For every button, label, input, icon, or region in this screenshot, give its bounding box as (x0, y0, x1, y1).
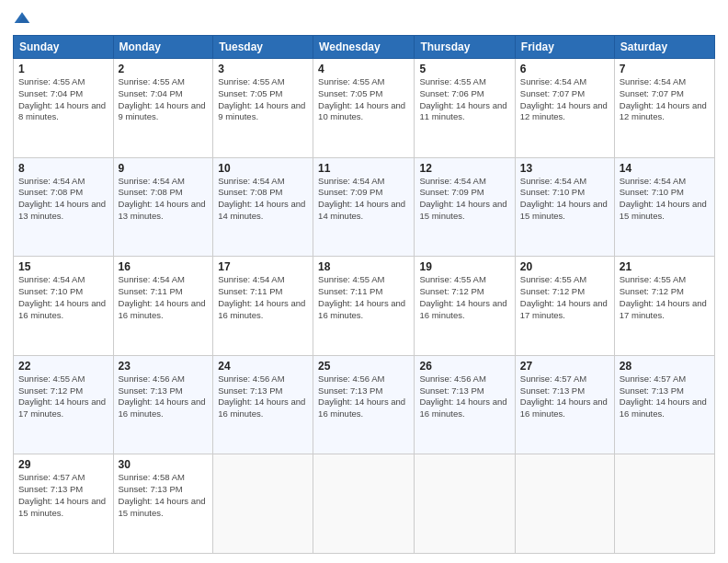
calendar-day-cell: 17 Sunrise: 4:54 AM Sunset: 7:11 PM Dayl… (213, 257, 313, 356)
day-info: Sunrise: 4:54 AM Sunset: 7:11 PM Dayligh… (119, 274, 209, 321)
calendar-day-cell: 9 Sunrise: 4:54 AM Sunset: 7:08 PM Dayli… (113, 157, 213, 257)
day-info: Sunrise: 4:54 AM Sunset: 7:09 PM Dayligh… (419, 176, 509, 223)
calendar-day-cell: 25 Sunrise: 4:56 AM Sunset: 7:13 PM Dayl… (313, 355, 415, 454)
day-info: Sunrise: 4:55 AM Sunset: 7:05 PM Dayligh… (318, 76, 409, 123)
day-number: 28 (620, 360, 710, 373)
day-number: 23 (119, 360, 209, 373)
day-info: Sunrise: 4:54 AM Sunset: 7:07 PM Dayligh… (620, 76, 710, 123)
calendar-day-cell: 28 Sunrise: 4:57 AM Sunset: 7:13 PM Dayl… (614, 355, 714, 454)
calendar-day-cell: 19 Sunrise: 4:55 AM Sunset: 7:12 PM Dayl… (415, 257, 515, 356)
page-header (13, 9, 715, 28)
day-number: 15 (18, 260, 108, 273)
calendar-day-cell (313, 454, 415, 554)
day-info: Sunrise: 4:55 AM Sunset: 7:06 PM Dayligh… (419, 76, 509, 123)
day-number: 10 (218, 162, 308, 175)
day-info: Sunrise: 4:56 AM Sunset: 7:13 PM Dayligh… (119, 373, 209, 420)
dow-cell: Tuesday (213, 36, 313, 59)
day-info: Sunrise: 4:55 AM Sunset: 7:12 PM Dayligh… (18, 373, 108, 420)
calendar-day-cell: 23 Sunrise: 4:56 AM Sunset: 7:13 PM Dayl… (113, 355, 213, 454)
day-number: 22 (18, 360, 108, 373)
day-info: Sunrise: 4:54 AM Sunset: 7:09 PM Dayligh… (318, 176, 409, 223)
day-number: 25 (318, 360, 409, 373)
calendar-table: SundayMondayTuesdayWednesdayThursdayFrid… (13, 35, 715, 554)
day-info: Sunrise: 4:54 AM Sunset: 7:08 PM Dayligh… (18, 176, 108, 223)
calendar-day-cell: 8 Sunrise: 4:54 AM Sunset: 7:08 PM Dayli… (14, 157, 114, 257)
day-info: Sunrise: 4:55 AM Sunset: 7:04 PM Dayligh… (119, 76, 209, 123)
calendar-day-cell: 22 Sunrise: 4:55 AM Sunset: 7:12 PM Dayl… (14, 355, 114, 454)
dow-cell: Friday (515, 36, 614, 59)
logo-icon (13, 9, 31, 28)
dow-cell: Wednesday (313, 36, 415, 59)
day-number: 17 (218, 260, 308, 273)
day-info: Sunrise: 4:56 AM Sunset: 7:13 PM Dayligh… (419, 373, 509, 420)
calendar-day-cell: 3 Sunrise: 4:55 AM Sunset: 7:05 PM Dayli… (213, 59, 313, 158)
calendar-day-cell: 10 Sunrise: 4:54 AM Sunset: 7:08 PM Dayl… (213, 157, 313, 257)
dow-cell: Sunday (14, 36, 114, 59)
calendar-week-row: 8 Sunrise: 4:54 AM Sunset: 7:08 PM Dayli… (14, 157, 715, 257)
day-number: 9 (119, 162, 209, 175)
day-number: 6 (520, 63, 609, 75)
calendar-day-cell: 16 Sunrise: 4:54 AM Sunset: 7:11 PM Dayl… (113, 257, 213, 356)
day-info: Sunrise: 4:55 AM Sunset: 7:12 PM Dayligh… (419, 274, 509, 321)
calendar-week-row: 22 Sunrise: 4:55 AM Sunset: 7:12 PM Dayl… (14, 355, 715, 454)
day-info: Sunrise: 4:54 AM Sunset: 7:10 PM Dayligh… (620, 176, 710, 223)
day-number: 4 (318, 63, 409, 75)
calendar-day-cell: 12 Sunrise: 4:54 AM Sunset: 7:09 PM Dayl… (415, 157, 515, 257)
day-info: Sunrise: 4:54 AM Sunset: 7:10 PM Dayligh… (520, 176, 609, 223)
calendar-day-cell: 13 Sunrise: 4:54 AM Sunset: 7:10 PM Dayl… (515, 157, 614, 257)
day-number: 11 (318, 162, 409, 175)
calendar-day-cell: 11 Sunrise: 4:54 AM Sunset: 7:09 PM Dayl… (313, 157, 415, 257)
day-number: 24 (218, 360, 308, 373)
day-info: Sunrise: 4:54 AM Sunset: 7:07 PM Dayligh… (520, 76, 609, 123)
day-number: 3 (218, 63, 308, 75)
calendar-day-cell: 7 Sunrise: 4:54 AM Sunset: 7:07 PM Dayli… (614, 59, 714, 158)
day-number: 29 (18, 458, 108, 471)
day-info: Sunrise: 4:54 AM Sunset: 7:08 PM Dayligh… (218, 176, 308, 223)
calendar-day-cell: 27 Sunrise: 4:57 AM Sunset: 7:13 PM Dayl… (515, 355, 614, 454)
calendar-day-cell (614, 454, 714, 554)
calendar-day-cell: 1 Sunrise: 4:55 AM Sunset: 7:04 PM Dayli… (14, 59, 114, 158)
day-info: Sunrise: 4:55 AM Sunset: 7:12 PM Dayligh… (620, 274, 710, 321)
calendar-day-cell: 15 Sunrise: 4:54 AM Sunset: 7:10 PM Dayl… (14, 257, 114, 356)
day-number: 26 (419, 360, 509, 373)
dow-cell: Monday (113, 36, 213, 59)
calendar-day-cell (515, 454, 614, 554)
day-number: 27 (520, 360, 609, 373)
logo (13, 9, 35, 28)
calendar-day-cell: 4 Sunrise: 4:55 AM Sunset: 7:05 PM Dayli… (313, 59, 415, 158)
day-number: 18 (318, 260, 409, 273)
day-info: Sunrise: 4:55 AM Sunset: 7:04 PM Dayligh… (18, 76, 108, 123)
calendar-day-cell (415, 454, 515, 554)
calendar-day-cell: 26 Sunrise: 4:56 AM Sunset: 7:13 PM Dayl… (415, 355, 515, 454)
calendar-day-cell: 20 Sunrise: 4:55 AM Sunset: 7:12 PM Dayl… (515, 257, 614, 356)
days-of-week-header: SundayMondayTuesdayWednesdayThursdayFrid… (14, 36, 715, 59)
day-info: Sunrise: 4:57 AM Sunset: 7:13 PM Dayligh… (18, 472, 108, 519)
day-info: Sunrise: 4:56 AM Sunset: 7:13 PM Dayligh… (318, 373, 409, 420)
day-info: Sunrise: 4:56 AM Sunset: 7:13 PM Dayligh… (218, 373, 308, 420)
calendar-day-cell: 21 Sunrise: 4:55 AM Sunset: 7:12 PM Dayl… (614, 257, 714, 356)
day-info: Sunrise: 4:57 AM Sunset: 7:13 PM Dayligh… (620, 373, 710, 420)
day-info: Sunrise: 4:54 AM Sunset: 7:08 PM Dayligh… (119, 176, 209, 223)
calendar-day-cell: 5 Sunrise: 4:55 AM Sunset: 7:06 PM Dayli… (415, 59, 515, 158)
calendar-day-cell: 2 Sunrise: 4:55 AM Sunset: 7:04 PM Dayli… (113, 59, 213, 158)
day-number: 2 (119, 63, 209, 75)
day-number: 20 (520, 260, 609, 273)
day-number: 21 (620, 260, 710, 273)
day-number: 16 (119, 260, 209, 273)
calendar-day-cell (213, 454, 313, 554)
calendar-week-row: 1 Sunrise: 4:55 AM Sunset: 7:04 PM Dayli… (14, 59, 715, 158)
day-number: 13 (520, 162, 609, 175)
day-info: Sunrise: 4:55 AM Sunset: 7:05 PM Dayligh… (218, 76, 308, 123)
day-number: 8 (18, 162, 108, 175)
day-number: 12 (419, 162, 509, 175)
day-info: Sunrise: 4:57 AM Sunset: 7:13 PM Dayligh… (520, 373, 609, 420)
day-info: Sunrise: 4:55 AM Sunset: 7:12 PM Dayligh… (520, 274, 609, 321)
day-number: 30 (119, 458, 209, 471)
day-info: Sunrise: 4:58 AM Sunset: 7:13 PM Dayligh… (119, 472, 209, 519)
day-number: 19 (419, 260, 509, 273)
calendar-day-cell: 18 Sunrise: 4:55 AM Sunset: 7:11 PM Dayl… (313, 257, 415, 356)
day-number: 7 (620, 63, 710, 75)
dow-cell: Saturday (614, 36, 714, 59)
day-info: Sunrise: 4:54 AM Sunset: 7:10 PM Dayligh… (18, 274, 108, 321)
calendar-week-row: 29 Sunrise: 4:57 AM Sunset: 7:13 PM Dayl… (14, 454, 715, 554)
